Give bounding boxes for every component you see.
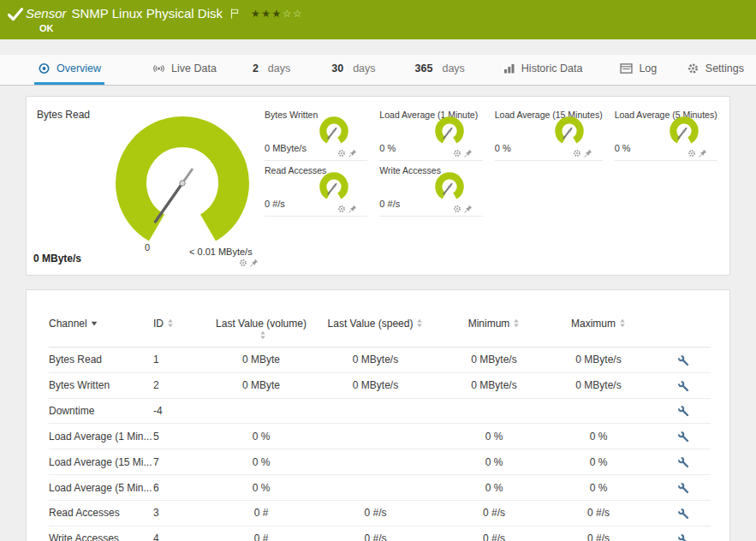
gauge-read-accesses: Read Accesses 0 #/s: [265, 163, 367, 217]
gauge-value: 0 MByte/s: [265, 143, 307, 153]
cell-volume: 0 MByte: [213, 372, 309, 398]
wrench-icon[interactable]: [677, 380, 689, 392]
tab-2-days[interactable]: 2days: [249, 55, 294, 85]
tab-label-word: days: [353, 62, 375, 74]
gauge-value: 0 %: [615, 143, 631, 153]
tab-overview[interactable]: Overview: [34, 55, 104, 85]
gauge-value: 0 #/s: [379, 199, 400, 209]
cell-speed: 0 #/s: [309, 500, 442, 526]
wrench-icon[interactable]: [677, 508, 689, 520]
tab-label: Live Data: [171, 62, 217, 74]
wrench-icon[interactable]: [677, 405, 689, 417]
gauge-load-average-1-minute: Load Average (1 Minute) 0 %: [379, 107, 482, 161]
cell-channel: Write Accesses: [49, 526, 153, 541]
sensor-title: SNMP Linux Physical Disk: [72, 6, 223, 21]
cell-volume: 0 #: [213, 526, 309, 541]
gauge-action-icons: [453, 205, 473, 213]
sort-icon: [259, 330, 266, 340]
table-row[interactable]: Bytes Written 2 0 MByte 0 MByte/s 0 MByt…: [49, 372, 711, 398]
gear-icon[interactable]: [688, 149, 696, 158]
cell-speed: [309, 449, 442, 475]
gear-icon[interactable]: [337, 205, 346, 213]
tab-log[interactable]: Log: [616, 55, 660, 85]
column-header-maximum[interactable]: Maximum: [546, 314, 651, 348]
pin-icon[interactable]: [348, 149, 357, 158]
cell-id: 7: [153, 449, 213, 475]
table-row[interactable]: Downtime -4: [49, 398, 711, 424]
tab-live-data[interactable]: Live Data: [149, 55, 220, 85]
gauge-action-icons: [337, 149, 357, 158]
tab-365-days[interactable]: 365days: [412, 55, 468, 85]
gear-icon[interactable]: [453, 149, 461, 158]
wrench-icon[interactable]: [677, 533, 689, 541]
cell-id: 2: [153, 372, 213, 398]
table-row[interactable]: Read Accesses 3 0 # 0 #/s 0 #/s 0 #/s: [49, 500, 711, 526]
cell-volume: 0 %: [213, 449, 309, 475]
stars-filled: ★★★: [251, 8, 283, 20]
column-header-id[interactable]: ID: [153, 314, 213, 348]
cell-speed: [309, 398, 442, 424]
pin-icon[interactable]: [699, 149, 707, 158]
sensor-status-badge: OK: [39, 23, 54, 33]
gauge-dial: [432, 115, 467, 147]
gear-icon[interactable]: [337, 149, 346, 158]
column-header-last-value-speed[interactable]: Last Value (speed): [309, 314, 442, 348]
tab-label-word: days: [442, 62, 464, 74]
table-row[interactable]: Load Average (1 Min... 5 0 % 0 % 0 %: [49, 424, 711, 449]
table-header-row: Channel ID Last Value (volume) Last Valu…: [49, 314, 711, 348]
wrench-icon[interactable]: [677, 482, 689, 494]
gauge-value: 0 #/s: [265, 199, 285, 209]
tab-label: Overview: [57, 62, 101, 74]
table-row[interactable]: Load Average (5 Min... 6 0 % 0 % 0 %: [49, 475, 711, 501]
gauge-bytes-written: Bytes Written 0 MByte/s: [265, 107, 367, 161]
column-header-minimum[interactable]: Minimum: [442, 314, 546, 348]
column-header-channel[interactable]: Channel: [49, 314, 153, 348]
cell-volume: 0 MByte: [213, 348, 309, 373]
gauge-dial: [316, 115, 352, 147]
cell-volume: 0 %: [213, 475, 309, 501]
settings-gear-icon: [687, 62, 699, 74]
tab-label: Log: [639, 62, 657, 74]
cell-id: 6: [153, 475, 213, 501]
tab-label-number: 30: [331, 62, 343, 74]
tab-settings[interactable]: Settings: [683, 55, 747, 85]
table-row[interactable]: Load Average (15 Mi... 7 0 % 0 % 0 %: [49, 449, 711, 475]
priority-stars[interactable]: ★★★☆☆: [251, 8, 303, 20]
tab-30-days[interactable]: 30days: [328, 55, 378, 85]
gauge-value: 0 %: [495, 143, 511, 153]
pin-icon[interactable]: [464, 149, 473, 158]
wrench-icon[interactable]: [677, 354, 689, 366]
sensor-header: Sensor SNMP Linux Physical Disk ★★★☆☆ OK: [0, 0, 756, 39]
gear-icon[interactable]: [453, 205, 461, 213]
column-header-last-value-volume[interactable]: Last Value (volume): [213, 314, 309, 348]
table-row[interactable]: Write Accesses 4 0 # 0 #/s 0 #/s 0 #/s: [49, 526, 711, 541]
gauge-action-icons: [337, 205, 357, 213]
cell-volume: 0 %: [213, 424, 309, 449]
cell-id: -4: [153, 398, 213, 424]
gear-icon[interactable]: [573, 149, 581, 158]
gauge-max-label: < 0.01 MByte/s: [189, 247, 253, 257]
pin-icon[interactable]: [584, 149, 592, 158]
cell-speed: 0 MByte/s: [309, 372, 442, 398]
pin-icon[interactable]: [348, 205, 357, 213]
tab-label: Historic Data: [521, 62, 583, 74]
gear-icon[interactable]: [239, 259, 247, 267]
gauges-panel: Bytes Read 0 MByte/s 0 < 0.01 MByte/s By…: [26, 96, 730, 276]
pin-icon[interactable]: [464, 205, 473, 213]
sensor-title-line: Sensor SNMP Linux Physical Disk ★★★☆☆: [26, 6, 303, 21]
wrench-icon[interactable]: [677, 456, 689, 468]
gauge-dial: [110, 110, 255, 256]
cell-channel: Read Accesses: [49, 500, 153, 526]
tab-historic-data[interactable]: Historic Data: [499, 55, 586, 85]
cell-id: 4: [153, 526, 213, 541]
cell-max: 0 #/s: [546, 526, 651, 541]
column-label: Minimum: [468, 318, 510, 330]
flag-icon[interactable]: [230, 9, 239, 19]
cell-min: 0 %: [442, 424, 546, 449]
channels-table-panel: Channel ID Last Value (volume) Last Valu…: [26, 289, 730, 541]
tab-label-number: 2: [253, 62, 259, 74]
cell-min: 0 %: [442, 449, 546, 475]
pin-icon[interactable]: [250, 259, 259, 267]
table-row[interactable]: Bytes Read 1 0 MByte 0 MByte/s 0 MByte/s…: [49, 348, 711, 373]
wrench-icon[interactable]: [677, 431, 689, 443]
